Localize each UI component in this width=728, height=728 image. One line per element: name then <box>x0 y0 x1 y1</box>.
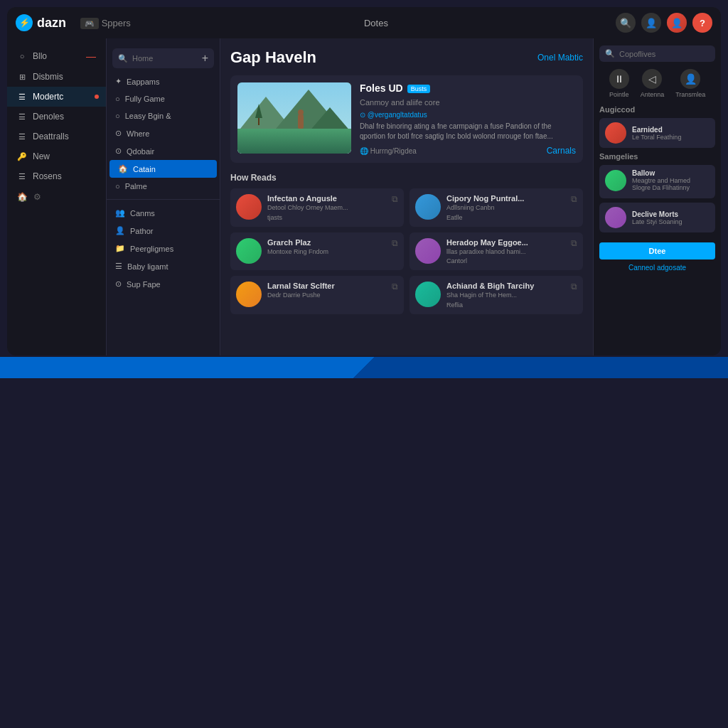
sidebar-item-denoles[interactable]: ☰ Denoles <box>7 107 106 127</box>
card-5-dazn[interactable]: Achiand & Bigh Tarcihy Sha Hagin of The … <box>410 276 583 314</box>
right-search-icon: 🔍 <box>605 49 615 58</box>
nav-divider-1 <box>107 199 220 200</box>
right-section2-title: Samgelies <box>599 152 715 161</box>
user-info-ballow: Ballow Meagtre and Hamed Slogre Da Fliha… <box>632 169 710 191</box>
sidebar-icon-4: ☰ <box>17 132 27 141</box>
card-1-dazn[interactable]: Cipory Nog Puntral... Adllsniing Canbn E… <box>410 188 583 227</box>
header-right-dazn: 🔍 👤 👤 ? <box>616 13 712 33</box>
right-icons-row-dazn: ⏸ Pointle ◁ Antenna 👤 Transmlea <box>599 69 715 98</box>
copy-icon-4: ⧉ <box>392 282 398 291</box>
nav-search-input[interactable] <box>132 54 195 63</box>
content-link-dazn[interactable]: Onel Mabtic <box>537 53 583 63</box>
divider-strip <box>0 357 728 378</box>
user-icon-header[interactable]: 👤 <box>641 13 661 33</box>
sidebar-item-modertc[interactable]: ☰ Modertc <box>7 87 106 107</box>
card-avatar-1 <box>415 194 441 220</box>
right-search-dazn: 🔍 <box>599 46 715 62</box>
user-info-declive: Declive Morts Late Styi Soaning <box>632 210 710 225</box>
copy-icon-1: ⧉ <box>571 194 577 204</box>
nav-item-babyligamt[interactable]: ☰ Baby ligamt <box>107 257 220 275</box>
settings-icon-sidebar[interactable]: ⚙ <box>33 192 41 202</box>
nav-item-canms[interactable]: 👥 Canms <box>107 204 220 222</box>
card-0-dazn[interactable]: Infectan o Angusle Detool Chloy Orney Ma… <box>230 188 404 227</box>
card-info-4: Larnal Star Sclfter Dedr Darrie Pushe <box>267 282 386 300</box>
nav-item-supfape[interactable]: ⊙ Sup Fape <box>107 275 220 293</box>
sidebar-item-bllo[interactable]: ○ Bllo — <box>7 46 106 67</box>
search-icon-header[interactable]: 🔍 <box>616 13 636 33</box>
card-info-1: Cipory Nog Puntral... Adllsniing Canbn E… <box>446 194 565 221</box>
right-btn-dazn[interactable]: Dtee <box>599 242 715 259</box>
user-icon-right: 👤 <box>680 69 700 89</box>
copy-icon-3: ⧉ <box>571 238 577 248</box>
card-info-2: Grarch Plaz Montoxe Ring Fndom <box>267 238 386 257</box>
card-3-dazn[interactable]: Heradop May Eggoe... lllas paradixe hlan… <box>410 232 583 271</box>
nav-icon-qdobair: ⊙ <box>115 146 122 156</box>
card-avatar-4 <box>236 282 262 307</box>
right-search-input[interactable] <box>619 50 710 58</box>
cards-grid-dazn: Infectan o Angusle Detool Chloy Orney Ma… <box>230 188 583 314</box>
avatar-declive <box>605 207 626 228</box>
avatar-ballow <box>605 170 626 191</box>
logo-dazn[interactable]: ⚡ dazn <box>16 14 66 31</box>
sidebar-bottom-dazn: 🏠 ⚙ <box>7 186 106 208</box>
sidebar-item-deattralls[interactable]: ☰ Deattralls <box>7 127 106 146</box>
featured-thumb-img-dazn <box>237 82 351 154</box>
sidebar-left-dazn: ○ Bllo — ⊞ Disbmis ☰ Modertc ☰ Denoles ☰… <box>7 38 107 355</box>
right-user-earnided[interactable]: Earnided Le Toral Feathing <box>599 118 715 148</box>
nav-item-where[interactable]: ⊙ Where <box>107 124 220 142</box>
right-icon-transmlea[interactable]: 👤 Transmlea <box>675 69 705 98</box>
nav-icon-leasybgin: ○ <box>115 112 120 120</box>
main-content-dazn: ○ Bllo — ⊞ Disbmis ☰ Modertc ☰ Denoles ☰… <box>7 38 721 355</box>
featured-meta-dazn: ⊙ @vergangltatdatus <box>360 111 576 119</box>
featured-action-dazn[interactable]: Carnals <box>547 146 576 156</box>
card-info-3: Heradop May Eggoe... lllas paradixe hlan… <box>446 238 565 265</box>
featured-info-dazn: Foles UD Busts Canmoy and aliife core ⊙ … <box>360 82 576 156</box>
avatar-icon-header[interactable]: 👤 <box>667 13 687 33</box>
nav-item-eappams[interactable]: ✦ Eappams <box>107 73 220 90</box>
svg-rect-6 <box>258 118 259 125</box>
nav-icon-peergligmes: 📁 <box>115 244 125 253</box>
card-avatar-3 <box>415 238 441 264</box>
pause-icon: ⏸ <box>609 69 629 89</box>
right-section1-title: Augiccod <box>599 105 715 114</box>
nav-icon-babyligamt: ☰ <box>115 262 122 271</box>
card-4-dazn[interactable]: Larnal Star Sclfter Dedr Darrie Pushe ⧉ <box>230 276 404 314</box>
sidebar-item-rosens[interactable]: ☰ Rosens <box>7 166 106 186</box>
home-icon-sidebar[interactable]: 🏠 <box>17 192 28 202</box>
content-title-dazn: Gap Haveln <box>230 48 316 67</box>
nav-search-icon: 🔍 <box>118 54 128 63</box>
nav-item-fullygame[interactable]: ○ Fully Game <box>107 90 220 107</box>
card-2-dazn[interactable]: Grarch Plaz Montoxe Ring Fndom ⧉ <box>230 232 404 271</box>
featured-sub-dazn: Canmoy and aliife core <box>360 98 576 107</box>
nav-item-catain[interactable]: 🏠 Catain <box>109 160 217 178</box>
right-user-declive[interactable]: Declive Morts Late Styi Soaning <box>599 203 715 232</box>
nav-item-pathor[interactable]: 👤 Pathor <box>107 222 220 240</box>
nav-column-dazn: 🔍 + ✦ Eappams ○ Fully Game ○ Leasy Bgin … <box>107 38 220 355</box>
right-user-ballow[interactable]: Ballow Meagtre and Hamed Slogre Da Fliha… <box>599 165 715 198</box>
svg-point-8 <box>298 109 304 115</box>
nav-icon-palme: ○ <box>115 182 120 191</box>
sidebar-item-disbmis[interactable]: ⊞ Disbmis <box>7 67 106 87</box>
featured-thumb-dazn <box>237 82 351 154</box>
nav-add-btn[interactable]: + <box>202 52 208 65</box>
nav-item-peergligmes[interactable]: 📁 Peergligmes <box>107 240 220 257</box>
header-tab-sppers[interactable]: 🎮 Sppers <box>75 18 136 28</box>
featured-footer-dazn: 🌐 Hurrng/Rigdea Carnals <box>360 146 576 156</box>
sidebar-icon-2: ☰ <box>17 92 27 102</box>
featured-user-dazn: 🌐 Hurrng/Rigdea <box>360 147 417 155</box>
nav-item-leasybgin[interactable]: ○ Leasy Bgin & <box>107 107 220 124</box>
right-link-dazn[interactable]: Canneol adgosate <box>599 264 715 272</box>
featured-card-dazn[interactable]: Foles UD Busts Canmoy and aliife core ⊙ … <box>230 75 583 163</box>
nav-icon-canms: 👥 <box>115 208 125 218</box>
nav-icon-fullygame: ○ <box>115 95 120 103</box>
nav-item-palme[interactable]: ○ Palme <box>107 178 220 195</box>
help-icon-header[interactable]: ? <box>692 13 712 33</box>
right-icon-pointle[interactable]: ⏸ Pointle <box>609 69 629 98</box>
content-center-dazn: Gap Haveln Onel Mabtic <box>220 38 593 355</box>
nav-item-qdobair[interactable]: ⊙ Qdobair <box>107 142 220 160</box>
right-icon-antenna[interactable]: ◁ Antenna <box>641 69 665 98</box>
card-info-0: Infectan o Angusle Detool Chloy Orney Ma… <box>267 194 386 221</box>
sidebar-item-new[interactable]: 🔑 New <box>7 146 106 166</box>
sidebar-icon-5: 🔑 <box>17 151 27 161</box>
featured-thumb-svg <box>237 82 351 154</box>
